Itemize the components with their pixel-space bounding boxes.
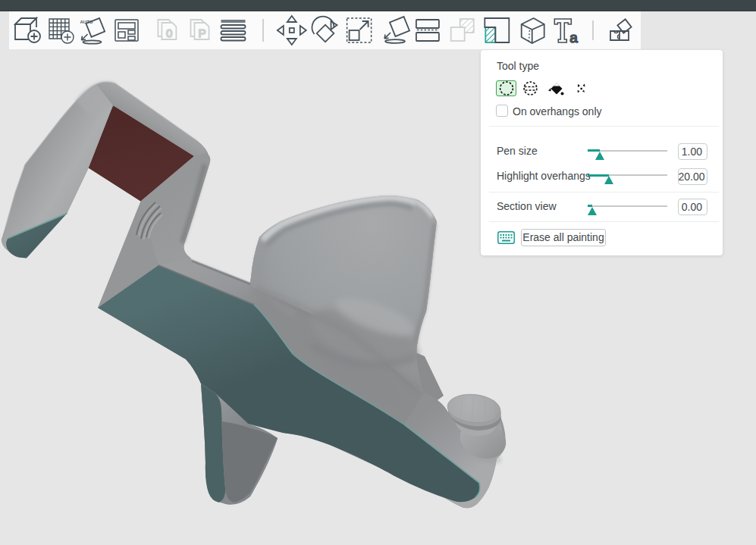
svg-text:P: P: [199, 27, 206, 39]
svg-text:0: 0: [166, 27, 172, 39]
svg-text:a: a: [569, 30, 578, 45]
